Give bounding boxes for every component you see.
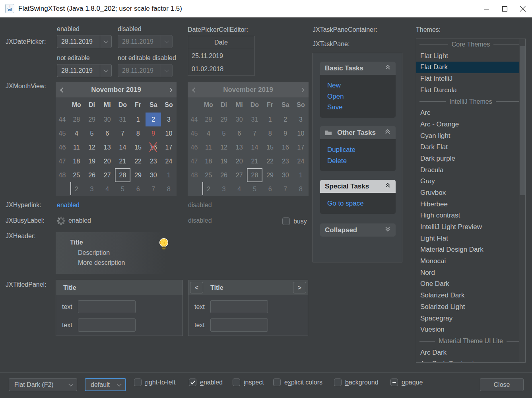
calendar-day-cell[interactable]: 3	[161, 113, 177, 126]
calendar-day-cell[interactable]: 1	[130, 113, 146, 126]
theme-list-item[interactable]: Flat Dark	[416, 62, 525, 73]
opaque-checkbox[interactable]	[390, 379, 398, 386]
calendar-day-cell[interactable]: 2	[69, 182, 84, 196]
calendar-day-cell[interactable]: 19	[84, 154, 100, 168]
text-input[interactable]	[210, 318, 268, 332]
taskpane-link[interactable]: Open	[327, 91, 388, 102]
minimize-button[interactable]	[477, 0, 495, 17]
hyperlink-enabled[interactable]: enabled	[57, 202, 80, 209]
taskpane-link[interactable]: Duplicate	[327, 144, 388, 155]
taskpane-header[interactable]: Special Tasks	[320, 180, 396, 193]
table-row[interactable]: 25.11.2019	[188, 49, 254, 62]
calendar-day-cell[interactable]: 28	[115, 168, 130, 182]
theme-list-item[interactable]: Vuesion	[416, 324, 525, 336]
calendar-day-cell[interactable]: 20	[99, 154, 115, 168]
text-input[interactable]	[78, 300, 136, 313]
taskpane-link[interactable]: Go to space	[327, 198, 388, 209]
theme-list-item[interactable]: Cyan light	[416, 130, 525, 142]
calendar-day-cell[interactable]: 8	[130, 126, 146, 140]
theme-list-item[interactable]: Arc	[416, 107, 525, 119]
theme-list-item[interactable]: Flat Darcula	[416, 85, 525, 96]
checkbox-group-right-to-left[interactable]: right-to-left	[134, 379, 175, 386]
calendar-day-cell[interactable]: 12	[84, 140, 100, 154]
calendar-day-cell[interactable]: 22	[130, 154, 146, 168]
calendar-day-cell[interactable]: 6	[99, 126, 115, 140]
calendar-day-cell[interactable]: 17	[161, 140, 177, 154]
calendar-day-cell[interactable]: 24	[161, 154, 177, 168]
calendar-day-cell[interactable]: 13	[99, 140, 115, 154]
titled-panel-prev-button[interactable]: <	[190, 282, 203, 293]
close-window-button[interactable]	[514, 0, 532, 17]
calendar-day-cell[interactable]: 27	[99, 168, 115, 182]
calendar-day-cell[interactable]: 21	[115, 154, 130, 168]
themes-scrollbar[interactable]	[519, 39, 525, 362]
enabled-checkbox[interactable]	[189, 379, 196, 386]
theme-list-item[interactable]: Material Design Dark	[416, 244, 525, 256]
calendar-day-cell[interactable]: 25	[69, 168, 84, 182]
theme-list-item[interactable]: Flat IntelliJ	[416, 73, 525, 85]
theme-list-item[interactable]: Dark Flat	[416, 142, 525, 153]
inspect-checkbox[interactable]	[233, 379, 240, 386]
calendar-day-cell[interactable]: 26	[84, 168, 100, 182]
calendar-day-cell[interactable]: 14	[115, 140, 130, 154]
theme-list-item[interactable]: Monocai	[416, 256, 525, 267]
calendar-day-cell[interactable]: 8	[161, 182, 177, 196]
theme-list-item[interactable]: Solarized Dark	[416, 290, 525, 301]
taskpane-link[interactable]: New	[327, 80, 388, 91]
calendar-day-cell[interactable]: 18	[69, 154, 84, 168]
text-input[interactable]	[210, 300, 268, 313]
theme-list-item[interactable]: High contrast	[416, 210, 525, 221]
calendar-day-cell[interactable]: 5	[115, 182, 130, 196]
calendar-day-cell[interactable]: 30	[146, 168, 161, 182]
busy-checkbox[interactable]	[282, 217, 290, 225]
calendar-day-cell[interactable]: 4	[69, 126, 84, 140]
calendar-day-cell[interactable]: 16	[146, 140, 161, 154]
theme-combobox[interactable]: Flat Dark (F2)	[9, 378, 77, 391]
theme-list-item[interactable]: Spacegray	[416, 313, 525, 324]
datepicker-field[interactable]: 28.11.2019	[57, 64, 112, 77]
explicit-colors-checkbox[interactable]	[273, 379, 281, 386]
calendar-day-cell[interactable]: 4	[99, 182, 115, 196]
calendar-day-cell[interactable]: 5	[84, 126, 100, 140]
taskpane-link[interactable]: Save	[327, 102, 388, 113]
taskpane-header[interactable]: Collapsed	[320, 223, 396, 237]
theme-list-item[interactable]: Dark purple	[416, 153, 525, 165]
checkbox-group-background[interactable]: background	[334, 379, 379, 386]
checkbox-group-explicit-colors[interactable]: explicit colors	[273, 379, 322, 386]
theme-list-item[interactable]: Flat Light	[416, 50, 525, 62]
datepicker-field[interactable]: 28.11.2019	[57, 35, 112, 48]
table-row[interactable]: 01.02.2018	[188, 62, 254, 76]
theme-list-item[interactable]: Gray	[416, 176, 525, 187]
checkbox-group-inspect[interactable]: inspect	[233, 379, 264, 386]
calendar-next-icon[interactable]	[163, 82, 177, 97]
titled-panel-next-button[interactable]: >	[293, 282, 306, 293]
checkbox-group-opaque[interactable]: opaque	[390, 379, 423, 386]
theme-list-item[interactable]: IntelliJ Light Preview	[416, 221, 525, 233]
calendar-day-cell[interactable]: 2	[146, 113, 161, 126]
theme-list-item[interactable]: Arc Dark	[416, 347, 525, 359]
calendar-day-cell[interactable]: 30	[99, 113, 115, 126]
close-button[interactable]: Close	[480, 378, 524, 391]
theme-list-item[interactable]: One Dark	[416, 278, 525, 290]
theme-list-item[interactable]: Nord	[416, 267, 525, 279]
collapse-chevron-icon[interactable]	[384, 128, 391, 137]
text-input[interactable]	[78, 318, 136, 332]
variant-combobox[interactable]: default	[85, 378, 126, 391]
collapse-chevron-icon[interactable]	[384, 64, 391, 72]
chevron-down-icon[interactable]	[100, 70, 111, 72]
theme-list-item[interactable]: Arc Dark Contrast	[416, 358, 525, 363]
taskpane-link[interactable]: Delete	[327, 155, 388, 167]
collapse-chevron-icon[interactable]	[384, 182, 391, 190]
expand-chevron-icon[interactable]	[384, 226, 391, 234]
calendar-day-cell[interactable]: 29	[130, 168, 146, 182]
calendar-day-cell[interactable]: 6	[130, 182, 146, 196]
taskpane-header[interactable]: Basic Tasks	[320, 62, 396, 75]
calendar-day-cell[interactable]: 1	[161, 168, 177, 182]
theme-list-item[interactable]: Light Flat	[416, 233, 525, 245]
calendar-day-cell[interactable]: 9	[146, 126, 161, 140]
calendar-day-cell[interactable]: 23	[146, 154, 161, 168]
theme-list-item[interactable]: Hiberbee	[416, 199, 525, 210]
calendar-day-cell[interactable]: 15	[130, 140, 146, 154]
taskpane-header[interactable]: Other Tasks	[320, 126, 396, 139]
maximize-button[interactable]	[495, 0, 514, 17]
